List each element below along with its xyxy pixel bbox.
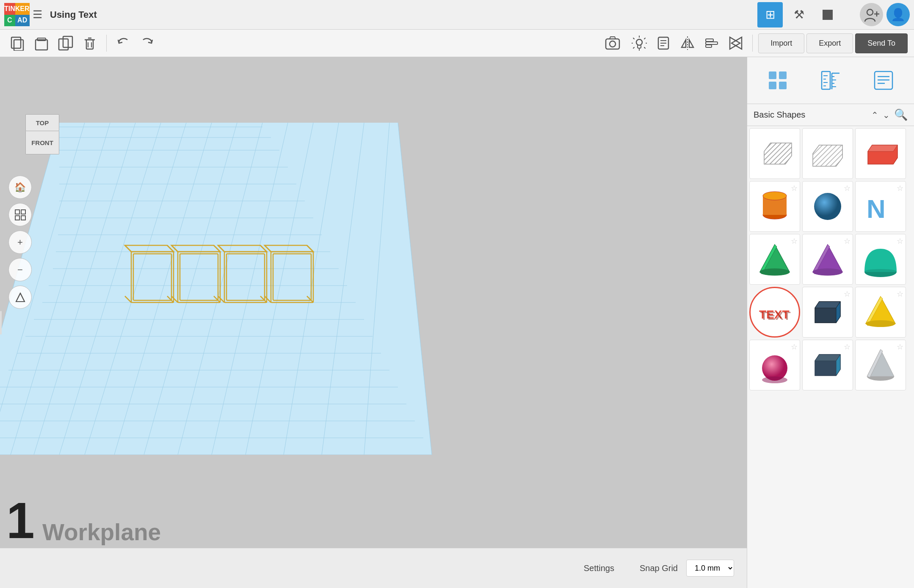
logo-c: C [4,15,15,27]
grid-canvas [0,57,747,588]
favorite-icon[interactable]: ☆ [844,289,850,299]
selector-down-arrow[interactable]: ⌄ [883,110,890,120]
svg-rect-106 [769,82,776,89]
redo-button[interactable] [136,32,158,54]
settings-label: Settings [584,563,614,573]
send-to-button[interactable]: Send To [855,33,908,53]
favorite-icon[interactable]: ☆ [844,236,850,246]
svg-marker-101 [16,293,25,302]
svg-marker-24 [689,40,693,47]
toolbar-separator-1 [106,35,107,52]
viewport[interactable]: TOP FRONT 🏠 + − 1 Workplane Settings Sna… [0,57,747,588]
snap-grid-select[interactable]: 1.0 mm 0.5 mm 0.1 mm 2.0 mm [686,560,734,577]
favorite-icon[interactable]: ☆ [844,342,850,352]
grid-panel-button[interactable] [761,63,795,97]
svg-point-16 [610,41,616,47]
zoom-out-button[interactable]: − [8,258,32,281]
duplicate-button[interactable] [55,32,77,54]
favorite-icon[interactable]: ☆ [844,184,850,193]
view-controls: 🏠 + − [8,176,32,309]
export-button[interactable]: Export [806,33,853,53]
delete-button[interactable] [79,32,101,54]
header-right: ⊞ ⚒ 👤 [757,2,910,27]
shape-yellow-pyramid[interactable]: ☆ [855,287,906,338]
user-avatar[interactable]: 👤 [886,3,910,26]
favorite-icon[interactable]: ☆ [897,289,903,299]
svg-rect-100 [21,216,25,220]
main-area: TOP FRONT 🏠 + − 1 Workplane Settings Sna… [0,57,914,588]
shape-dark-box[interactable]: ☆ [802,287,853,338]
undo-button[interactable] [112,32,134,54]
hammer-button[interactable]: ⚒ [786,2,812,27]
menu-icon[interactable]: ☰ [33,8,42,21]
svg-point-131 [763,192,787,200]
paste-button[interactable] [30,32,52,54]
favorite-icon[interactable]: ☆ [897,236,903,246]
favorite-icon[interactable]: ☆ [791,342,798,352]
snap-grid-label: Snap Grid [640,563,678,573]
shape-grey-cone[interactable]: ☆ [855,340,906,390]
perspective-button[interactable] [8,286,32,309]
svg-marker-32 [0,123,432,455]
svg-point-150 [762,376,787,383]
svg-rect-0 [823,10,833,20]
shapes-grid: ☆ ☆ [747,126,914,588]
notes-button[interactable] [652,32,674,54]
shape-selector-label: Basic Shapes [754,110,867,120]
shape-teal-dome[interactable]: ☆ [855,234,906,285]
svg-rect-107 [779,82,787,89]
favorite-icon[interactable]: ☆ [791,236,798,246]
svg-marker-128 [868,145,897,151]
shape-magenta-sphere[interactable]: ☆ [749,340,800,390]
notes-panel-button[interactable] [867,63,900,97]
svg-rect-11 [86,40,93,49]
copy-button[interactable] [6,32,28,54]
ruler-panel-button[interactable] [814,63,848,97]
shape-search-button[interactable]: 🔍 [894,108,908,121]
grid-view-button[interactable]: ⊞ [757,2,783,27]
shape-text[interactable]: ☆ TEXT TEXT [749,287,800,338]
nav-cube[interactable]: TOP FRONT [15,114,70,169]
shape-green-pyramid[interactable]: ☆ [749,234,800,285]
shapes-row-1: ☆ ☆ [749,181,912,232]
shape-cylinder[interactable]: ☆ [749,181,800,232]
align-button[interactable] [701,32,723,54]
favorite-icon[interactable]: ☆ [897,342,903,352]
panel-collapse-handle[interactable]: › [0,311,2,334]
svg-rect-27 [706,45,712,47]
shapes-row-2: ☆ ☆ ☆ [749,234,912,285]
nav-cube-front[interactable]: FRONT [25,131,59,154]
box-button[interactable] [815,2,840,27]
svg-point-148 [866,320,895,327]
shape-red-box[interactable] [855,128,906,179]
home-view-button[interactable]: 🏠 [8,176,32,199]
favorite-icon[interactable]: ☆ [791,184,798,193]
shape-striped-box-2[interactable] [802,128,853,179]
light-button[interactable] [628,32,650,54]
favorite-icon[interactable]: ☆ [790,290,797,299]
shape-striped-box-1[interactable] [749,128,800,179]
logo-tin: TIN [4,3,15,15]
svg-marker-124 [764,143,792,164]
svg-rect-4 [11,37,21,48]
fit-view-button[interactable] [8,203,32,226]
shape-sphere[interactable]: ☆ [802,181,853,232]
svg-rect-7 [36,40,47,50]
shape-letter-n[interactable]: ☆ N [855,181,906,232]
import-button[interactable]: Import [758,33,804,53]
right-panel: Basic Shapes ⌃ ⌄ 🔍 [747,57,914,588]
camera-button[interactable] [599,30,626,57]
panel-top-buttons [747,57,914,104]
nav-cube-top[interactable]: TOP [25,114,59,131]
svg-rect-97 [15,210,19,214]
mirror-button[interactable] [677,32,699,54]
shape-navy-box[interactable]: ☆ [802,340,853,390]
workplane-label: Workplane [42,519,161,546]
add-user-button[interactable] [860,3,883,26]
selector-up-arrow[interactable]: ⌃ [871,110,878,120]
shape-purple-pyramid[interactable]: ☆ [802,234,853,285]
flip-button[interactable] [725,32,747,54]
zoom-in-button[interactable]: + [8,231,32,254]
toolbar: Import Export Send To [0,30,914,57]
favorite-icon[interactable]: ☆ [897,184,903,193]
